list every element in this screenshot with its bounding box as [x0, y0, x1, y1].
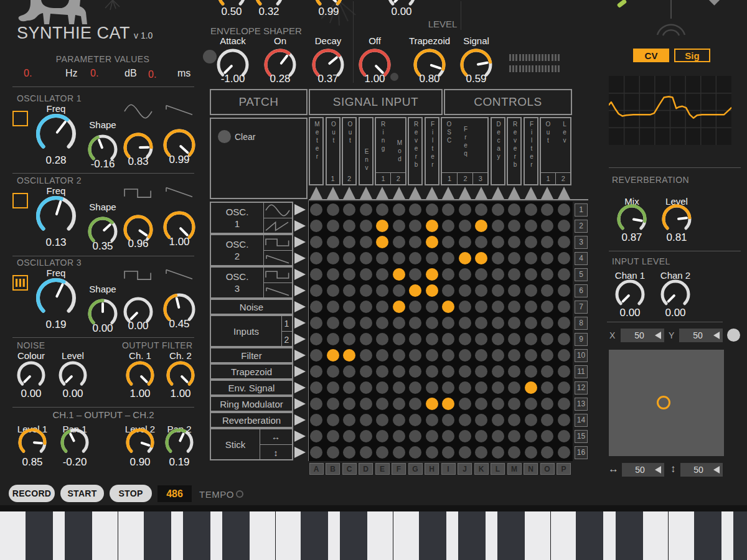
horizontal-value-box[interactable]: 50 — [622, 463, 664, 477]
matrix-cell-I6[interactable] — [442, 284, 454, 297]
matrix-cell-G9[interactable] — [409, 333, 421, 345]
osc3-knob-Freq[interactable] — [34, 276, 78, 320]
col-arrow-F-icon[interactable] — [393, 187, 405, 199]
matrix-cell-B9[interactable] — [327, 333, 339, 345]
matrix-cell-D13[interactable] — [360, 398, 372, 410]
matrix-cell-E7[interactable] — [376, 301, 388, 313]
matrix-cell-N9[interactable] — [525, 333, 537, 345]
matrix-cell-O11[interactable] — [541, 365, 553, 378]
matrix-cell-H9[interactable] — [426, 333, 438, 345]
matrix-cell-M15[interactable] — [508, 430, 520, 442]
col-arrow-G-icon[interactable] — [409, 187, 421, 199]
matrix-cell-D10[interactable] — [360, 349, 372, 362]
matrix-cell-P14[interactable] — [558, 414, 570, 426]
col-arrow-N-icon[interactable] — [525, 187, 537, 199]
matrix-cell-L7[interactable] — [492, 301, 504, 313]
matrix-cell-P12[interactable] — [558, 381, 570, 394]
row-arrow-3-icon[interactable] — [294, 236, 306, 248]
matrix-cell-C16[interactable] — [343, 446, 355, 459]
col-arrow-D-icon[interactable] — [360, 187, 372, 199]
matrix-cell-N14[interactable] — [525, 414, 537, 426]
matrix-cell-J6[interactable] — [459, 284, 471, 297]
matrix-cell-P10[interactable] — [558, 349, 570, 362]
vertical-value-box[interactable]: 50 — [680, 463, 723, 477]
black-key[interactable] — [183, 511, 210, 560]
matrix-cell-G10[interactable] — [409, 349, 421, 362]
matrix-cell-G16[interactable] — [409, 446, 421, 459]
matrix-cell-J7[interactable] — [459, 301, 471, 313]
matrix-cell-L3[interactable] — [492, 236, 504, 248]
reverb-knob-1[interactable] — [660, 202, 693, 236]
row-arrow-16-icon[interactable] — [294, 447, 306, 458]
noise-knob-0[interactable] — [15, 359, 47, 391]
input-knob-1[interactable] — [659, 278, 692, 311]
matrix-cell-M7[interactable] — [508, 301, 520, 313]
row-arrow-9-icon[interactable] — [294, 334, 306, 345]
matrix-cell-B6[interactable] — [327, 284, 339, 297]
matrix-cell-B2[interactable] — [327, 220, 339, 232]
matrix-cell-A8[interactable] — [310, 317, 322, 329]
matrix-cell-B13[interactable] — [327, 398, 339, 410]
matrix-cell-A14[interactable] — [310, 414, 322, 426]
matrix-cell-M5[interactable] — [508, 268, 520, 281]
matrix-cell-F11[interactable] — [393, 365, 405, 378]
matrix-cell-G8[interactable] — [409, 317, 421, 329]
black-key[interactable] — [419, 511, 446, 560]
matrix-cell-E12[interactable] — [376, 381, 388, 394]
matrix-cell-L4[interactable] — [492, 252, 504, 264]
master-knob-3[interactable] — [163, 426, 195, 459]
matrix-cell-H6[interactable] — [426, 284, 438, 297]
matrix-cell-B8[interactable] — [327, 317, 339, 329]
matrix-cell-P9[interactable] — [558, 333, 570, 345]
matrix-cell-H2[interactable] — [426, 220, 438, 232]
matrix-cell-L11[interactable] — [492, 365, 504, 378]
matrix-cell-J13[interactable] — [459, 398, 471, 410]
matrix-cell-O1[interactable] — [541, 203, 553, 216]
matrix-cell-B11[interactable] — [327, 365, 339, 378]
matrix-cell-O9[interactable] — [541, 333, 553, 345]
row-arrow-6-icon[interactable] — [294, 285, 306, 296]
matrix-cell-D3[interactable] — [360, 236, 372, 248]
matrix-cell-F15[interactable] — [393, 430, 405, 442]
matrix-cell-H13[interactable] — [426, 398, 438, 410]
matrix-cell-C8[interactable] — [343, 317, 355, 329]
matrix-cell-E9[interactable] — [376, 333, 388, 345]
col-arrow-C-icon[interactable] — [343, 187, 355, 199]
row-arrow-11-icon[interactable] — [294, 366, 306, 377]
matrix-cell-O10[interactable] — [541, 349, 553, 362]
matrix-cell-K5[interactable] — [475, 268, 487, 281]
matrix-cell-N13[interactable] — [525, 398, 537, 410]
matrix-cell-D6[interactable] — [360, 284, 372, 297]
decrement-icon[interactable] — [713, 332, 720, 339]
matrix-cell-K13[interactable] — [475, 398, 487, 410]
osc1-enable-checkbox[interactable] — [12, 111, 28, 126]
matrix-cell-G12[interactable] — [409, 381, 421, 394]
matrix-cell-E11[interactable] — [376, 365, 388, 378]
matrix-cell-K2[interactable] — [475, 220, 487, 232]
matrix-cell-L9[interactable] — [492, 333, 504, 345]
black-key[interactable] — [340, 511, 367, 560]
matrix-cell-P13[interactable] — [558, 398, 570, 410]
sig-button[interactable]: Sig — [674, 49, 710, 62]
matrix-cell-K16[interactable] — [475, 446, 487, 459]
matrix-cell-I5[interactable] — [442, 268, 454, 281]
parameter-value-ms[interactable]: 0. — [148, 69, 156, 80]
matrix-cell-A10[interactable] — [310, 349, 322, 362]
matrix-cell-I12[interactable] — [442, 381, 454, 394]
matrix-cell-L5[interactable] — [492, 268, 504, 281]
matrix-cell-D9[interactable] — [360, 333, 372, 345]
matrix-cell-H11[interactable] — [426, 365, 438, 378]
matrix-cell-D12[interactable] — [360, 381, 372, 394]
matrix-cell-N6[interactable] — [525, 284, 537, 297]
matrix-cell-G13[interactable] — [409, 398, 421, 410]
matrix-cell-D2[interactable] — [360, 220, 372, 232]
matrix-cell-M4[interactable] — [508, 252, 520, 264]
matrix-cell-F13[interactable] — [393, 398, 405, 410]
matrix-cell-F8[interactable] — [393, 317, 405, 329]
matrix-cell-B10[interactable] — [327, 349, 339, 362]
matrix-cell-P1[interactable] — [558, 203, 570, 216]
matrix-cell-C15[interactable] — [343, 430, 355, 442]
black-key[interactable] — [144, 511, 171, 560]
matrix-cell-O14[interactable] — [541, 414, 553, 426]
parameter-value-db[interactable]: 0. — [90, 68, 98, 79]
